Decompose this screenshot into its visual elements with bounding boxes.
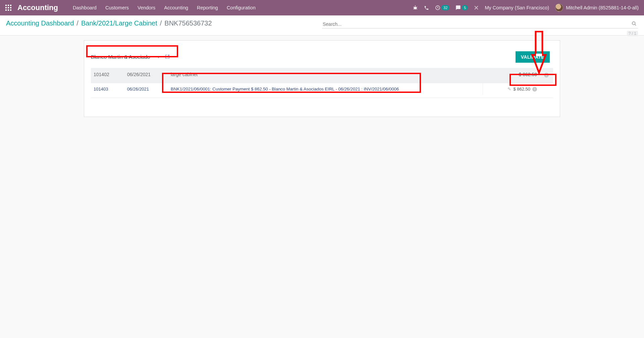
svg-line-19 bbox=[635, 24, 636, 25]
app-brand[interactable]: Accounting bbox=[17, 3, 58, 12]
bug-icon[interactable] bbox=[413, 5, 418, 10]
validate-button[interactable]: VALIDATE bbox=[516, 51, 550, 63]
breadcrumb-sep: / bbox=[160, 19, 162, 27]
svg-rect-7 bbox=[8, 9, 9, 11]
svg-rect-2 bbox=[10, 5, 11, 6]
user-menu[interactable]: Mitchell Admin (8525881-14-0-all) bbox=[555, 4, 639, 12]
line-id: 101403 bbox=[91, 83, 124, 95]
svg-rect-8 bbox=[10, 9, 11, 11]
main-area: ▼ VALIDATE 101402 06/26/2021 large cabin… bbox=[0, 36, 644, 117]
apps-icon[interactable] bbox=[5, 5, 11, 11]
svg-rect-0 bbox=[5, 5, 7, 6]
table-row[interactable]: 101403 06/26/2021 BNK1/2021/06/0001: Cus… bbox=[91, 83, 553, 98]
phone-icon[interactable] bbox=[424, 5, 429, 10]
user-label: Mitchell Admin (8525881-14-0-all) bbox=[566, 5, 639, 10]
breadcrumb-link-1[interactable]: Bank/2021/Large Cabinet bbox=[81, 19, 157, 27]
svg-line-14 bbox=[416, 9, 417, 9]
svg-rect-6 bbox=[5, 9, 7, 11]
svg-point-18 bbox=[632, 22, 635, 25]
breadcrumb-link-0[interactable]: Accounting Dashboard bbox=[6, 19, 74, 27]
svg-point-9 bbox=[414, 7, 417, 9]
close-tray-icon[interactable] bbox=[474, 5, 479, 10]
menu-dashboard[interactable]: Dashboard bbox=[73, 5, 97, 10]
partner-input[interactable] bbox=[91, 53, 155, 61]
svg-rect-1 bbox=[8, 5, 9, 6]
menu-configuration[interactable]: Configuration bbox=[227, 5, 256, 10]
search-icon[interactable] bbox=[630, 21, 638, 27]
search-area bbox=[322, 20, 638, 29]
header-desc: large cabinet bbox=[168, 68, 483, 80]
menu-reporting[interactable]: Reporting bbox=[197, 5, 218, 10]
svg-line-13 bbox=[413, 9, 414, 9]
chevron-down-icon[interactable]: ▼ bbox=[157, 55, 160, 59]
line-amount: $ 862.50 bbox=[513, 87, 530, 92]
line-amount-cell: ✎ $ 862.50 i bbox=[483, 83, 540, 95]
menu-accounting[interactable]: Accounting bbox=[164, 5, 188, 10]
header-info-icon[interactable]: i bbox=[540, 68, 553, 81]
external-link-icon[interactable] bbox=[165, 54, 170, 60]
discuss-badge: 5 bbox=[462, 5, 468, 10]
svg-rect-3 bbox=[5, 7, 7, 8]
table-header-row: 101402 06/26/2021 large cabinet $ 862.50… bbox=[91, 68, 553, 83]
pager[interactable]: ? / 1 bbox=[627, 31, 638, 36]
control-bar: Accounting Dashboard / Bank/2021/Large C… bbox=[0, 15, 644, 36]
svg-rect-5 bbox=[10, 7, 11, 8]
line-trailing bbox=[540, 83, 553, 90]
breadcrumb-sep: / bbox=[76, 19, 78, 27]
breadcrumb: Accounting Dashboard / Bank/2021/Large C… bbox=[6, 19, 212, 27]
breadcrumb-current: BNK756536732 bbox=[164, 19, 212, 27]
header-id: 101402 bbox=[91, 68, 124, 80]
header-date: 06/26/2021 bbox=[124, 68, 168, 80]
reconciliation-sheet: ▼ VALIDATE 101402 06/26/2021 large cabin… bbox=[84, 40, 560, 117]
search-input[interactable] bbox=[322, 20, 630, 28]
svg-line-11 bbox=[413, 7, 414, 7]
main-menu: Dashboard Customers Vendors Accounting R… bbox=[73, 5, 256, 10]
line-date: 06/26/2021 bbox=[124, 83, 168, 95]
avatar bbox=[555, 4, 563, 12]
company-selector[interactable]: My Company (San Francisco) bbox=[485, 5, 549, 10]
line-desc-link[interactable]: BNK1/2021/06/0001: Customer Payment $ 86… bbox=[171, 87, 399, 92]
svg-line-12 bbox=[416, 7, 417, 7]
top-navbar: Accounting Dashboard Customers Vendors A… bbox=[0, 0, 644, 15]
menu-vendors[interactable]: Vendors bbox=[138, 5, 155, 10]
navbar-right: 32 5 My Company (San Francisco) Mitchell… bbox=[413, 4, 639, 12]
header-amount: $ 862.50 bbox=[483, 68, 540, 80]
reconciliation-table: 101402 06/26/2021 large cabinet $ 862.50… bbox=[91, 68, 553, 98]
activities-badge: 32 bbox=[441, 5, 449, 10]
discuss-icon[interactable]: 5 bbox=[455, 5, 468, 10]
activities-icon[interactable]: 32 bbox=[435, 5, 449, 10]
partner-row: ▼ VALIDATE bbox=[88, 49, 556, 66]
svg-rect-4 bbox=[8, 7, 9, 8]
pencil-icon[interactable]: ✎ bbox=[507, 87, 511, 92]
line-info-icon[interactable]: i bbox=[532, 87, 537, 92]
line-desc: BNK1/2021/06/0001: Customer Payment $ 86… bbox=[168, 83, 483, 95]
menu-customers[interactable]: Customers bbox=[105, 5, 129, 10]
